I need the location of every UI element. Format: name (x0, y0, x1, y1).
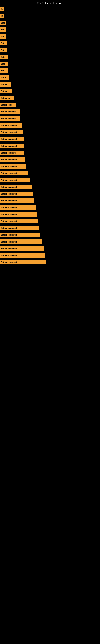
bar-row: Bottleneck resu (0, 108, 100, 115)
bar-row: Bottleneck result (0, 245, 100, 252)
bar-row: Bott (0, 33, 100, 40)
bar: Bottl (0, 62, 8, 66)
bar-row: Bottl (0, 60, 100, 67)
bar-text: Bottleneck result (0, 248, 17, 250)
bar-text: Bottleneck result (0, 166, 17, 168)
bar-text: Bottlenec (0, 97, 10, 99)
bar-text: Bottleneck result (0, 241, 17, 243)
bar-row: Bottleneck resu (0, 115, 100, 122)
bar: Bottleneck r (0, 103, 16, 107)
bar-row: Bottleneck result (0, 211, 100, 218)
bar-text: Bottleneck result (0, 213, 17, 216)
bar: Bott (0, 48, 7, 52)
site-title: TheBottlenecker.com (0, 0, 100, 6)
bar-row: Bottleneck result (0, 156, 100, 163)
bar-row: Bottleneck result (0, 252, 100, 259)
bar: Bottlen (0, 89, 12, 94)
bar-text: Bottleneck result (0, 227, 17, 229)
bar-row: Bottleneck result (0, 259, 100, 266)
bar: Bottleneck result (0, 260, 46, 264)
bar: Bottleneck resu (0, 110, 20, 114)
bar: Bottleneck result (0, 185, 32, 189)
bar: Bottleneck result (0, 198, 34, 203)
bar-row: Bott (0, 26, 100, 33)
bar-text: Bottleneck result (0, 145, 17, 147)
bar-text: Bottlen (0, 90, 7, 92)
bar-row: Bottleneck r (0, 102, 100, 108)
bar: Bottleneck result (0, 240, 42, 244)
bar-row: Bottleneck resu (0, 149, 100, 156)
bar-row: Bottlenec (0, 94, 100, 102)
bar-text: Bottleneck result (0, 179, 17, 181)
bar-row: Bottleneck result (0, 142, 100, 149)
bar: Bottleneck result (0, 144, 24, 148)
bar-text: Bottleneck result (0, 193, 17, 195)
bar-text: Bottleneck result (0, 261, 17, 264)
bar-row: Bottleneck result (0, 218, 100, 224)
bar-text: Bott (0, 36, 4, 38)
bar-row: Bottleneck result (0, 224, 100, 232)
bar: Bottleneck result (0, 158, 25, 162)
bar-row: Bottleneck result (0, 184, 100, 190)
bar-row: Bottl (0, 67, 100, 74)
bar-row: Bott (0, 19, 100, 26)
bar-text: Bottle (0, 76, 6, 79)
bar-row: Bottleneck result (0, 238, 100, 245)
bar: Bottleneck result (0, 192, 33, 196)
bar-row: Bottleneck result (0, 136, 100, 142)
bar-row: Bottleneck result (0, 197, 100, 204)
bar-text: Bottlen (0, 83, 7, 86)
bar: Bottleneck result (0, 233, 40, 237)
bar: Bottl (0, 68, 8, 73)
bar-row: Bottlen (0, 88, 100, 94)
bar: Bott (0, 41, 7, 46)
bar: Bottlenec (0, 96, 14, 100)
bar-text: Bottleneck result (0, 124, 17, 126)
bar: Bott (0, 20, 6, 25)
bar-text: Bottleneck resu (0, 152, 16, 154)
bar: Bottleneck result (0, 178, 30, 182)
bar-text: Bottleneck result (0, 172, 17, 174)
bar: Bottleneck result (0, 253, 45, 258)
bar: Bottleneck resu (0, 150, 24, 155)
bar-text: Bott (0, 28, 4, 31)
bar-text: Bottleneck result (0, 200, 17, 202)
bar-text: Bottleneck r (0, 104, 12, 106)
bars-container: BoBoBottBottBottBottBottBottBottlBottlBo… (0, 6, 100, 266)
bar-row: Bo (0, 6, 100, 12)
bar-row: Bottleneck result (0, 170, 100, 177)
bar-row: Bottlen (0, 81, 100, 88)
bar-text: Bott (0, 49, 4, 51)
bar: Bottleneck result (0, 246, 44, 251)
bar-row: Bott (0, 54, 100, 60)
bar-text: Bottleneck resu (0, 111, 16, 113)
bar: Bottleneck result (0, 212, 37, 216)
bar-text: Bo (0, 8, 3, 10)
bar-text: Bott (0, 42, 4, 44)
bar: Bottlen (0, 82, 11, 86)
bar: Bottleneck result (0, 226, 39, 230)
bar-row: Bottleneck result (0, 177, 100, 184)
bar-text: Bo (0, 15, 3, 17)
bar: Bott (0, 27, 6, 32)
bar-text: Bottleneck result (0, 186, 17, 188)
bar: Bottleneck result (0, 123, 22, 128)
bar: Bo (0, 14, 4, 18)
bar: Bottle (0, 75, 9, 80)
bar-text: Bottleneck result (0, 158, 17, 161)
bar-text: Bottleneck result (0, 131, 17, 134)
bar: Bott (0, 34, 6, 39)
bar-row: Bott (0, 47, 100, 54)
bar-text: Bottleneck result (0, 220, 17, 222)
bar: Bottleneck result (0, 130, 23, 134)
bar: Bottleneck result (0, 137, 24, 141)
bar-row: Bottle (0, 74, 100, 81)
bar-text: Bottleneck result (0, 206, 17, 209)
bar-row: Bottleneck result (0, 122, 100, 129)
bar-row: Bo (0, 12, 100, 19)
bar: Bottleneck result (0, 171, 28, 176)
bar-row: Bottleneck result (0, 129, 100, 136)
bar-row: Bottleneck result (0, 204, 100, 211)
bar-text: Bottleneck result (0, 234, 17, 236)
bar: Bottleneck resu (0, 116, 20, 121)
